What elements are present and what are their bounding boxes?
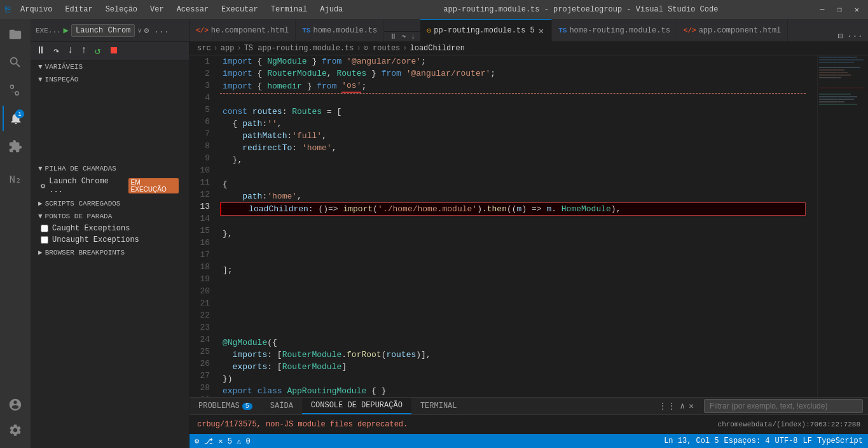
browser-breakpoints-header[interactable]: ▶ BROWSER BREAKPOINTS	[31, 246, 189, 259]
output-label: SAÍDA	[270, 402, 293, 410]
code-line-18: ];	[220, 264, 806, 276]
inspection-label: INSPEÇÃO	[45, 76, 79, 83]
code-line-27: })	[220, 373, 806, 385]
debug-stop-icon[interactable]: ⏹	[109, 45, 119, 57]
split-editor-icon[interactable]: ⊟	[837, 31, 843, 41]
activity-explorer[interactable]	[3, 22, 28, 47]
main-layout: N₂ EXE... ▶ Launch Chrom ∨ ⚙ ... ⏸ ↷ ↓ ↑…	[0, 19, 868, 448]
code-area[interactable]: import { NgModule } from '@angular/core'…	[217, 55, 808, 397]
tab-app-component[interactable]: </> app.component.html	[677, 19, 788, 41]
menu-selecao[interactable]: Seleção	[103, 4, 140, 15]
code-line-28: export class AppRoutingModule { }	[220, 385, 806, 397]
tab-he-component[interactable]: </> he.component.html	[189, 19, 296, 41]
activity-remote[interactable]: N₂	[3, 167, 28, 192]
tab-icon-debug: ⊙	[427, 26, 431, 36]
code-line-24: @NgModule({	[220, 337, 806, 349]
title-bar: ⎘ Arquivo Editar Seleção Ver Acessar Exe…	[0, 0, 868, 19]
breakpoints-label: PONTOS DE PARADA	[45, 213, 113, 220]
callstack-name: Launch Chrome ...	[49, 177, 124, 195]
svg-rect-16	[837, 55, 838, 397]
panel-up-icon[interactable]: ∧	[680, 401, 685, 411]
tab-output[interactable]: SAÍDA	[261, 398, 302, 414]
callstack-header[interactable]: ▼ PILHA DE CHAMADAS	[31, 162, 189, 175]
tab-terminal[interactable]: TERMINAL	[411, 398, 466, 414]
debug-stepin-icon[interactable]: ↓	[67, 45, 74, 57]
tab-app-routing[interactable]: ⊙ pp-routing.module.ts 5 ✕	[420, 19, 552, 41]
code-line-20	[220, 288, 806, 300]
breadcrumb-loadchildren[interactable]: loadChildren	[410, 44, 465, 53]
vscode-icon: ⎘	[5, 4, 10, 15]
code-line-4	[220, 94, 806, 106]
debug-more-icon[interactable]: ...	[154, 25, 169, 35]
debug-console-label: CONSOLE DE DEPURAÇÃO	[311, 401, 403, 410]
tab-home-module[interactable]: TS home.module.ts	[296, 19, 384, 41]
tab-icon-html: </>	[196, 27, 209, 34]
svg-rect-0	[818, 55, 868, 397]
debug-settings-icon[interactable]: ⚙	[144, 25, 149, 36]
tab-debug-console[interactable]: CONSOLE DE DEPURAÇÃO	[302, 398, 411, 414]
caught-exceptions-checkbox[interactable]	[41, 225, 48, 232]
tab-label-app-routing: pp-routing.module.ts 5	[434, 26, 534, 35]
inspection-arrow: ▼	[38, 76, 43, 83]
menu-editar[interactable]: Editar	[62, 4, 95, 15]
activity-source-control[interactable]	[3, 78, 28, 103]
code-line-9: },	[220, 154, 806, 166]
filter-list-icon[interactable]: ⋮⋮	[658, 401, 676, 412]
breakpoints-arrow: ▼	[38, 213, 43, 220]
breadcrumb-routes[interactable]: ⊙ routes	[364, 43, 401, 53]
scrollbar[interactable]	[808, 55, 817, 397]
menu-ajuda[interactable]: Ajuda	[317, 4, 345, 15]
spaces: Espaços: 4	[724, 437, 770, 445]
breadcrumb-src[interactable]: src	[197, 44, 211, 53]
code-line-6: { path:'',	[220, 118, 806, 130]
debug-continue-icon[interactable]: ⏸	[36, 45, 46, 57]
status-right: Ln 13, Col 5 Espaços: 4 UTF-8 LF TypeScr…	[664, 437, 863, 445]
breadcrumb-app[interactable]: app	[221, 44, 235, 53]
launch-select[interactable]: Launch Chrom	[71, 24, 135, 37]
debug-stepout-icon[interactable]: ↑	[81, 45, 87, 57]
menu-arquivo[interactable]: Arquivo	[18, 4, 55, 15]
breadcrumb: src › app › TS app-routing.module.ts › ⊙…	[189, 41, 868, 55]
tabs-bar: </> he.component.html TS home.module.ts …	[189, 19, 868, 41]
restore-button[interactable]: ❐	[834, 4, 846, 16]
browser-breakpoints-arrow: ▶	[38, 248, 43, 256]
svg-rect-2	[819, 59, 864, 60]
callstack-label: PILHA DE CHAMADAS	[45, 165, 116, 172]
bottom-panel: PROBLEMAS 5 SAÍDA CONSOLE DE DEPURAÇÃO T…	[189, 397, 868, 434]
tab-problems[interactable]: PROBLEMAS 5	[189, 398, 261, 414]
panel-close-icon[interactable]: ✕	[689, 401, 694, 411]
activity-debug[interactable]	[3, 106, 28, 131]
callstack-item[interactable]: ⚙ Launch Chrome ... EM EXECUÇÃO	[31, 175, 189, 197]
sep2: ›	[237, 44, 241, 53]
tab-close-app-routing[interactable]: ✕	[537, 25, 545, 36]
activity-extensions[interactable]	[3, 134, 28, 159]
breadcrumb-file[interactable]: TS app-routing.module.ts	[244, 44, 354, 53]
debug-stepover-icon[interactable]: ↷	[53, 45, 60, 57]
menu-acessar[interactable]: Acessar	[174, 4, 211, 15]
code-line-7: pathMatch:'full',	[220, 130, 806, 142]
activity-settings[interactable]	[3, 417, 28, 443]
browser-breakpoints-label: BROWSER BREAKPOINTS	[45, 249, 125, 256]
tab-label-he: he.component.html	[211, 26, 289, 35]
bottom-panel-controls: ⋮⋮ ∧ ✕	[653, 398, 699, 414]
close-button[interactable]: ✕	[851, 4, 863, 16]
breakpoints-header[interactable]: ▼ PONTOS DE PARADA	[31, 210, 189, 223]
activity-search[interactable]	[3, 50, 28, 75]
variables-header[interactable]: ▼ VARIÁVEIS	[31, 60, 189, 73]
menu-executar[interactable]: Executar	[219, 4, 261, 15]
more-tabs-icon[interactable]: ···	[847, 31, 863, 41]
activity-bar: N₂	[0, 19, 31, 448]
tab-home-routing[interactable]: TS home-routing.module.ts	[552, 19, 677, 41]
scripts-header[interactable]: ▶ SCRIPTS CARREGADOS	[31, 197, 189, 210]
menu-ver[interactable]: Ver	[148, 4, 167, 15]
play-icon: ▶	[64, 25, 69, 36]
code-line-21	[220, 300, 806, 312]
inspection-header[interactable]: ▼ INSPEÇÃO	[31, 73, 189, 86]
gear-icon: ⚙	[41, 181, 45, 191]
menu-terminal[interactable]: Terminal	[268, 4, 310, 15]
debug-restart-icon[interactable]: ↺	[95, 45, 101, 57]
uncaught-exceptions-checkbox[interactable]	[41, 236, 48, 244]
debug-console-filter[interactable]	[704, 399, 863, 413]
activity-account[interactable]	[3, 392, 28, 417]
minimize-button[interactable]: ─	[816, 4, 828, 16]
